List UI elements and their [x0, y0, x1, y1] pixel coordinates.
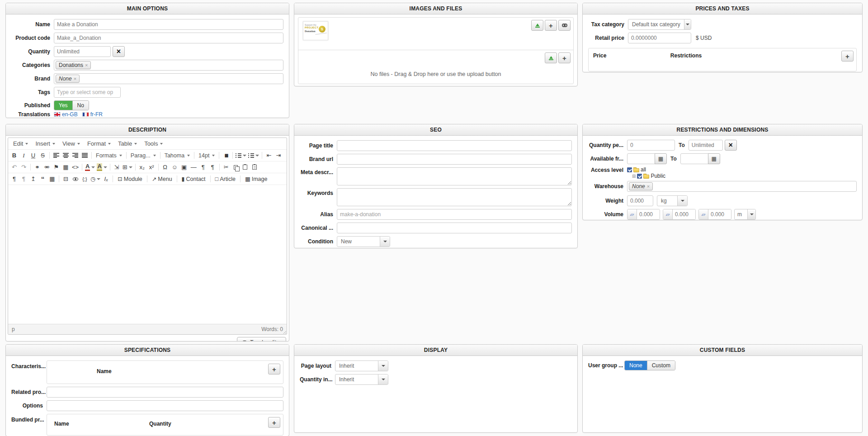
- expand-tree-icon[interactable]: ⊞: [632, 174, 636, 179]
- add-bundled-product-button[interactable]: +: [268, 417, 280, 428]
- quantity-min-input[interactable]: [627, 140, 675, 151]
- volume-y-input[interactable]: [673, 209, 695, 219]
- align-left-button[interactable]: [52, 151, 61, 160]
- align-justify-button[interactable]: [80, 151, 90, 160]
- italic-button[interactable]: I: [19, 151, 28, 160]
- insert-link-button[interactable]: ⚭: [33, 162, 42, 172]
- bold-button[interactable]: B: [9, 151, 19, 160]
- brand-chip[interactable]: None×: [56, 75, 80, 83]
- user-group-none-button[interactable]: None: [625, 361, 647, 370]
- quantity-clear-button[interactable]: ×: [113, 46, 125, 57]
- insert-image-button[interactable]: ▦: [61, 162, 71, 172]
- images-dropzone[interactable]: Support the PROJECT Donation $ +: [298, 18, 573, 50]
- translation-en-link[interactable]: en-GB: [54, 111, 78, 118]
- categories-input[interactable]: Donations×: [54, 60, 283, 71]
- dropdown-button[interactable]: [378, 361, 388, 371]
- menu-insert[interactable]: Insert: [32, 138, 59, 149]
- horizontal-rule-button[interactable]: —: [189, 162, 198, 172]
- paste-as-text-button[interactable]: [250, 162, 259, 172]
- chip-remove-icon[interactable]: ×: [74, 76, 76, 81]
- search-replace-button[interactable]: ▮▮: [221, 151, 231, 160]
- clear-formatting-button[interactable]: Iₓ: [101, 174, 111, 184]
- volume-z-input[interactable]: [708, 209, 731, 219]
- quantity-max-clear-button[interactable]: ×: [725, 140, 737, 151]
- paragraph-dropdown[interactable]: Parag...: [128, 151, 158, 160]
- tax-category-select[interactable]: Default tax category: [628, 19, 691, 30]
- numbered-list-button[interactable]: [247, 151, 260, 160]
- image-add-button[interactable]: +: [545, 20, 557, 31]
- dropdown-button[interactable]: [684, 19, 691, 29]
- file-add-button[interactable]: +: [558, 52, 571, 63]
- print-button[interactable]: ⊟: [61, 174, 71, 184]
- insert-image-menu-button[interactable]: ▦Image: [242, 174, 270, 184]
- available-to-input[interactable]: [680, 153, 708, 164]
- available-from-input[interactable]: [627, 153, 655, 164]
- dimension-x-icon[interactable]: ▱: [627, 209, 637, 219]
- user-group-custom-button[interactable]: Custom: [647, 361, 675, 370]
- subscript-button[interactable]: x₂: [137, 162, 147, 172]
- dropdown-button[interactable]: [677, 196, 687, 206]
- fullscreen-button[interactable]: ⇲: [112, 162, 122, 172]
- source-code-button[interactable]: <>: [71, 162, 80, 172]
- published-yes-button[interactable]: Yes: [54, 101, 72, 110]
- editor-content-area[interactable]: [8, 185, 287, 324]
- add-characteristic-button[interactable]: +: [268, 364, 280, 374]
- insert-module-button[interactable]: ⊡Module: [115, 174, 145, 184]
- remove-link-button[interactable]: ⚮: [42, 162, 52, 172]
- bullet-list-button[interactable]: [235, 151, 247, 160]
- product-code-input[interactable]: [54, 33, 283, 43]
- show-blocks-button[interactable]: ¶: [19, 174, 28, 184]
- weight-input[interactable]: [627, 195, 653, 206]
- special-character-button[interactable]: Ω: [160, 162, 170, 172]
- quantity-input-select[interactable]: Inherit: [335, 374, 388, 385]
- name-input[interactable]: [54, 19, 283, 30]
- insert-contact-button[interactable]: ▮Contact: [179, 174, 208, 184]
- image-upload-button[interactable]: [531, 20, 543, 31]
- meta-description-textarea[interactable]: [337, 167, 572, 185]
- keywords-textarea[interactable]: [337, 188, 572, 206]
- quantity-max-input[interactable]: [689, 140, 723, 151]
- translation-fr-link[interactable]: fr-FR: [82, 111, 103, 118]
- dropdown-button[interactable]: [747, 209, 755, 219]
- blockquote-button[interactable]: “: [38, 174, 47, 184]
- product-image-thumbnail[interactable]: Support the PROJECT Donation $: [303, 21, 328, 40]
- dropdown-button[interactable]: [380, 237, 390, 246]
- formats-dropdown[interactable]: Formats: [94, 151, 124, 160]
- cut-button[interactable]: ✂: [222, 162, 231, 172]
- superscript-button[interactable]: x²: [147, 162, 156, 172]
- dropdown-button[interactable]: [378, 374, 388, 384]
- menu-tools[interactable]: Tools: [141, 138, 166, 149]
- code-sample-button[interactable]: {;}: [80, 174, 90, 184]
- background-color-button[interactable]: A: [96, 162, 108, 172]
- alias-input[interactable]: [337, 209, 572, 220]
- brand-input[interactable]: None×: [54, 73, 283, 84]
- strikethrough-button[interactable]: S: [38, 151, 47, 160]
- quantity-input[interactable]: [54, 46, 111, 57]
- preview-button[interactable]: [71, 174, 80, 184]
- table-button[interactable]: ⊞: [122, 162, 133, 172]
- paste-button[interactable]: [241, 162, 250, 172]
- show-invisibles-button[interactable]: ¶: [9, 174, 19, 184]
- volume-unit-select[interactable]: m: [734, 209, 756, 220]
- template-button[interactable]: ▦: [47, 174, 57, 184]
- volume-x-input[interactable]: [637, 209, 660, 219]
- emoticons-button[interactable]: ☺: [170, 162, 179, 172]
- published-no-button[interactable]: No: [72, 101, 89, 110]
- upload-file-button[interactable]: ↥: [28, 174, 38, 184]
- outdent-button[interactable]: ⇤: [264, 151, 274, 160]
- add-price-button[interactable]: +: [841, 51, 854, 62]
- category-chip[interactable]: Donations×: [56, 61, 91, 69]
- menu-format[interactable]: Format: [84, 138, 114, 149]
- related-products-input[interactable]: [47, 387, 283, 398]
- insert-article-button[interactable]: □Article: [212, 174, 238, 184]
- access-public-checkbox[interactable]: [637, 174, 642, 179]
- rtl-button[interactable]: ¶: [208, 162, 217, 172]
- chip-remove-icon[interactable]: ×: [85, 62, 88, 68]
- dimension-y-icon[interactable]: ▱: [663, 209, 673, 219]
- image-link-button[interactable]: [558, 20, 571, 31]
- chip-remove-icon[interactable]: ×: [647, 184, 650, 189]
- warehouse-input[interactable]: None×: [627, 181, 857, 192]
- retail-price-input[interactable]: [628, 33, 691, 43]
- menu-edit[interactable]: Edit: [9, 138, 32, 149]
- undo-button[interactable]: ↶: [9, 162, 19, 172]
